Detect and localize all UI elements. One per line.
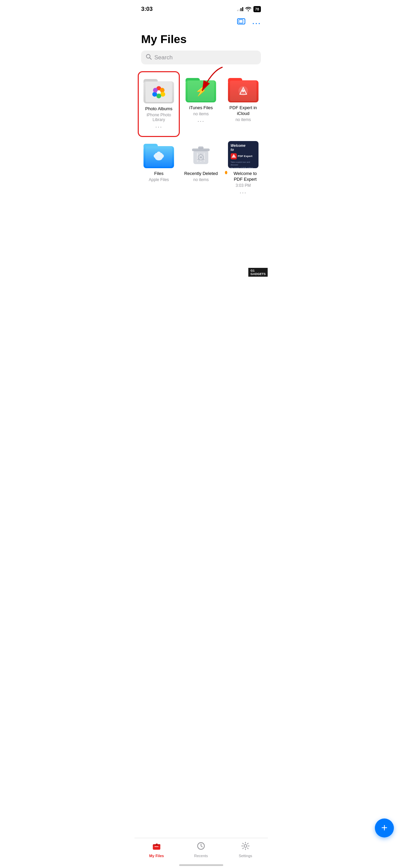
files-subtitle: Apple Files [149, 177, 169, 182]
photo-albums-subtitle: iPhone Photo Library [141, 113, 176, 122]
itunes-icon: ⚡ [186, 75, 216, 102]
itunes-more[interactable]: ··· [197, 118, 205, 125]
page-title: My Files [134, 31, 268, 51]
files-icon [143, 141, 174, 168]
recently-deleted-subtitle: no items [193, 177, 209, 182]
signal-icon [237, 7, 243, 11]
photo-albums-icon [143, 76, 174, 103]
pdf-cloud-subtitle: no items [235, 117, 251, 122]
photo-albums-name: Photo Albums [145, 106, 172, 112]
top-toolbar: ··· [134, 16, 268, 31]
welcome-pdf-more[interactable]: ··· [240, 189, 247, 196]
welcome-pdf-thumbnail: Welcometo PDF Expert Take a quick tour a… [228, 141, 259, 168]
itunes-name: iTunes Files [189, 105, 213, 111]
svg-point-22 [200, 156, 202, 158]
files-name: Files [154, 171, 163, 177]
file-item-welcome-pdf[interactable]: Welcometo PDF Expert Take a quick tour a… [222, 137, 264, 202]
svg-line-4 [150, 58, 151, 59]
svg-point-10 [153, 88, 158, 93]
svg-point-14 [242, 90, 245, 92]
files-grid: Photo Albums iPhone Photo Library ··· ⚡ … [134, 71, 268, 202]
svg-point-8 [156, 94, 161, 98]
search-icon [146, 54, 152, 61]
file-item-recently-deleted[interactable]: Recently Deleted no items [180, 137, 222, 202]
pdf-cloud-name: PDF Expert in iCloud [225, 105, 262, 117]
wifi-icon [245, 6, 251, 12]
battery-icon: 78 [253, 6, 261, 12]
search-bar[interactable]: Search [141, 51, 261, 64]
svg-point-6 [160, 88, 165, 93]
svg-point-11 [157, 90, 160, 94]
file-item-files[interactable]: Files Apple Files [138, 137, 180, 202]
welcome-pdf-name: Welcome to PDF Expert [225, 171, 262, 182]
svg-point-9 [152, 92, 157, 97]
status-time: 3:03 [141, 6, 153, 13]
view-icon[interactable] [237, 18, 246, 28]
status-bar: 3:03 78 [134, 0, 268, 16]
watermark: G1GADGETS [248, 268, 268, 277]
svg-point-7 [160, 92, 165, 97]
status-icons: 78 [237, 6, 261, 12]
svg-rect-1 [239, 20, 243, 23]
recently-deleted-name: Recently Deleted [184, 171, 218, 177]
photo-albums-more[interactable]: ··· [155, 123, 162, 131]
file-item-pdf-cloud[interactable]: PDF Expert in iCloud no items [222, 71, 264, 137]
orange-dot [225, 171, 227, 174]
file-item-photo-albums[interactable]: Photo Albums iPhone Photo Library ··· [138, 71, 180, 137]
svg-point-26 [233, 156, 234, 157]
pdf-cloud-icon [228, 75, 259, 102]
trash-icon [187, 141, 214, 168]
file-item-itunes[interactable]: ⚡ iTunes Files no items ··· [180, 71, 222, 137]
more-icon[interactable]: ··· [252, 18, 261, 28]
itunes-subtitle: no items [193, 112, 209, 116]
svg-rect-17 [198, 146, 204, 149]
welcome-pdf-time: 3:03 PM [235, 183, 251, 188]
search-placeholder: Search [154, 54, 173, 61]
